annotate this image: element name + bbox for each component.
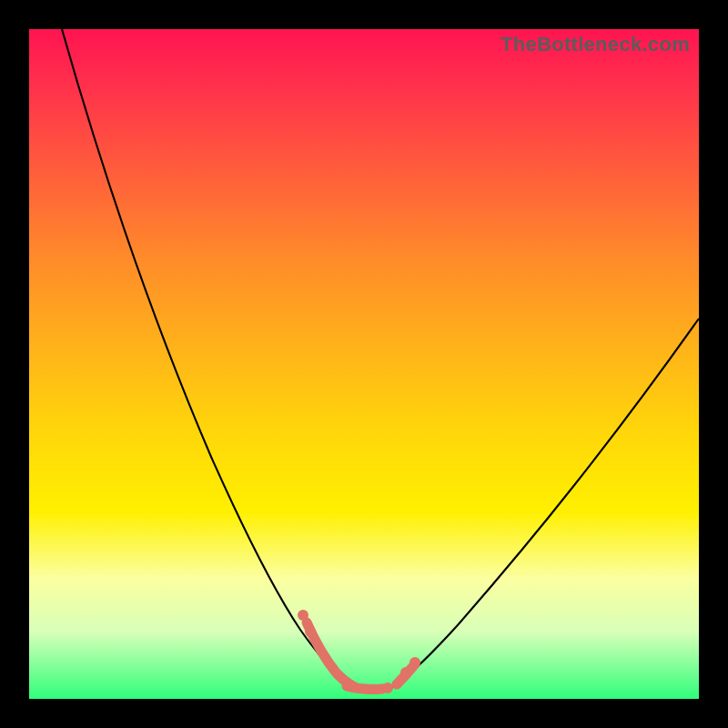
marker-dot <box>298 610 308 621</box>
optimal-range-marker-left <box>307 622 357 688</box>
optimal-range-marker-right <box>397 664 415 684</box>
bottleneck-curve-valley <box>359 686 395 691</box>
bottleneck-curve-right <box>395 318 699 686</box>
chart-overlay <box>29 29 699 699</box>
watermark-text: TheBottleneck.com <box>500 33 690 56</box>
chart-frame: TheBottleneck.com <box>0 0 728 728</box>
marker-dot <box>410 657 420 668</box>
chart-plot-area: TheBottleneck.com <box>29 29 699 699</box>
optimal-range-marker-floor <box>347 686 382 690</box>
marker-dot <box>305 626 316 637</box>
marker-dot <box>400 667 411 678</box>
bottleneck-curve-left <box>62 29 359 688</box>
marker-dot <box>382 682 393 693</box>
